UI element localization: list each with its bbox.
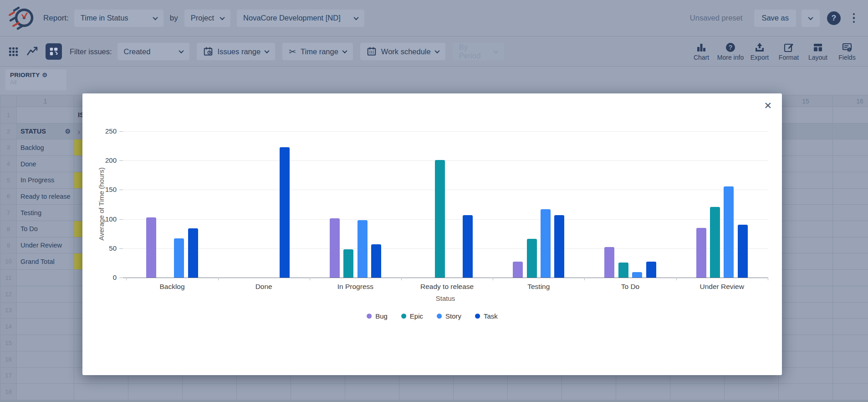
bar-bug-testing[interactable] bbox=[513, 262, 523, 278]
status-row-label[interactable]: Under Review bbox=[17, 237, 74, 254]
row-header-12[interactable]: 12 bbox=[0, 286, 17, 303]
table-cell[interactable] bbox=[779, 368, 833, 384]
table-cell[interactable] bbox=[833, 107, 868, 124]
table-cell[interactable] bbox=[725, 384, 779, 400]
horizontal-scrollbar[interactable] bbox=[0, 400, 868, 402]
work-schedule-button[interactable]: Work schedule bbox=[360, 43, 445, 60]
table-cell[interactable] bbox=[833, 172, 868, 189]
table-cell[interactable] bbox=[616, 384, 670, 400]
row-header-17[interactable]: 17 bbox=[0, 368, 17, 384]
bar-story-testing[interactable] bbox=[541, 209, 551, 278]
table-cell[interactable] bbox=[779, 189, 833, 205]
status-row-label[interactable]: Ready to release bbox=[17, 189, 74, 205]
chart-action-button[interactable]: Chart bbox=[687, 42, 716, 61]
bar-bug-in-progress[interactable] bbox=[330, 218, 340, 278]
table-cell[interactable] bbox=[17, 384, 74, 400]
filter-issues-dropdown[interactable]: Created bbox=[117, 43, 189, 60]
bar-epic-to-do[interactable] bbox=[618, 263, 628, 278]
fields-action-button[interactable]: Fields bbox=[832, 42, 862, 61]
table-cell[interactable] bbox=[833, 368, 868, 384]
table-cell[interactable] bbox=[237, 384, 291, 400]
row-header-4[interactable]: 4 bbox=[0, 156, 17, 172]
bar-story-under-review[interactable] bbox=[724, 186, 734, 278]
table-cell[interactable] bbox=[779, 303, 833, 319]
bar-task-under-review[interactable] bbox=[738, 225, 748, 278]
row-header-18[interactable]: 18 bbox=[0, 384, 17, 400]
table-cell[interactable] bbox=[833, 156, 868, 172]
table-cell[interactable] bbox=[779, 384, 833, 400]
table-cell[interactable] bbox=[779, 270, 833, 286]
bar-epic-testing[interactable] bbox=[527, 239, 537, 278]
table-cell[interactable] bbox=[779, 172, 833, 189]
table-cell[interactable] bbox=[779, 237, 833, 254]
table-cell[interactable] bbox=[17, 335, 74, 351]
bar-task-backlog[interactable] bbox=[188, 228, 198, 278]
bar-task-to-do[interactable] bbox=[646, 262, 656, 278]
table-cell[interactable] bbox=[779, 124, 833, 140]
table-cell[interactable] bbox=[833, 270, 868, 286]
table-cell[interactable] bbox=[833, 189, 868, 205]
bar-bug-to-do[interactable] bbox=[604, 247, 614, 278]
priority-page-filter[interactable]: PRIORITY⚙ All bbox=[5, 69, 66, 90]
table-cell[interactable] bbox=[833, 384, 868, 400]
table-cell[interactable] bbox=[17, 286, 74, 303]
project-dropdown[interactable]: NovaCore Development [ND] bbox=[237, 10, 364, 27]
table-cell[interactable] bbox=[128, 384, 183, 400]
table-cell[interactable] bbox=[779, 139, 833, 156]
legend-item-bug[interactable]: Bug bbox=[367, 312, 388, 320]
table-cell[interactable] bbox=[508, 384, 562, 400]
table-cell[interactable] bbox=[779, 351, 833, 368]
table-cell[interactable] bbox=[17, 270, 74, 286]
table-cell[interactable] bbox=[779, 221, 833, 237]
row-header-13[interactable]: 13 bbox=[0, 303, 17, 319]
more-menu-button[interactable] bbox=[848, 10, 860, 26]
column-header-1[interactable]: 1 bbox=[17, 95, 74, 107]
row-header-10[interactable]: 10 bbox=[0, 253, 17, 270]
table-cell[interactable] bbox=[833, 351, 868, 368]
table-cell[interactable] bbox=[779, 319, 833, 335]
table-cell[interactable] bbox=[562, 384, 616, 400]
table-cell[interactable] bbox=[833, 124, 868, 140]
table-cell[interactable] bbox=[454, 384, 508, 400]
bar-epic-ready-to-release[interactable] bbox=[435, 160, 445, 278]
table-cell[interactable] bbox=[17, 368, 74, 384]
help-button[interactable]: ? bbox=[827, 11, 841, 25]
bar-story-in-progress[interactable] bbox=[357, 220, 368, 278]
bar-story-backlog[interactable] bbox=[174, 238, 184, 278]
bar-epic-under-review[interactable] bbox=[710, 207, 720, 278]
table-cell[interactable] bbox=[833, 221, 868, 237]
table-cell[interactable] bbox=[183, 384, 237, 400]
table-cell[interactable] bbox=[833, 253, 868, 270]
bar-task-done[interactable] bbox=[280, 147, 290, 278]
column-header-16[interactable]: 16 bbox=[833, 95, 868, 107]
table-cell[interactable] bbox=[17, 107, 74, 124]
table-cell[interactable] bbox=[833, 319, 868, 335]
row-header-11[interactable]: 11 bbox=[0, 270, 17, 286]
table-cell[interactable] bbox=[399, 384, 454, 400]
status-row-label[interactable]: Backlog bbox=[17, 139, 74, 156]
save-options-button[interactable] bbox=[802, 10, 820, 27]
table-cell[interactable] bbox=[833, 335, 868, 351]
legend-item-epic[interactable]: Epic bbox=[401, 312, 423, 320]
table-cell[interactable] bbox=[779, 253, 833, 270]
table-cell[interactable] bbox=[833, 303, 868, 319]
more-info-action-button[interactable]: ?More info bbox=[716, 42, 745, 61]
row-header-8[interactable]: 8 bbox=[0, 221, 17, 237]
table-cell[interactable] bbox=[17, 319, 74, 335]
trend-chart-icon[interactable] bbox=[26, 46, 39, 57]
status-header-cell[interactable]: STATUS⚙ bbox=[17, 124, 74, 140]
bar-task-ready-to-release[interactable] bbox=[463, 215, 473, 278]
table-cell[interactable] bbox=[779, 205, 833, 221]
issues-range-button[interactable]: Issues range bbox=[197, 43, 275, 60]
row-header-6[interactable]: 6 bbox=[0, 189, 17, 205]
table-cell[interactable] bbox=[17, 351, 74, 368]
bar-task-in-progress[interactable] bbox=[371, 244, 381, 278]
pivot-table-view-button[interactable] bbox=[46, 43, 62, 60]
table-cell[interactable] bbox=[833, 139, 868, 156]
bar-bug-under-review[interactable] bbox=[696, 228, 706, 278]
layout-action-button[interactable]: Layout bbox=[803, 42, 832, 61]
report-type-dropdown[interactable]: Time in Status bbox=[74, 10, 163, 27]
column-header-15[interactable]: 15 bbox=[779, 95, 833, 107]
table-cell[interactable] bbox=[833, 286, 868, 303]
table-cell[interactable] bbox=[833, 205, 868, 221]
